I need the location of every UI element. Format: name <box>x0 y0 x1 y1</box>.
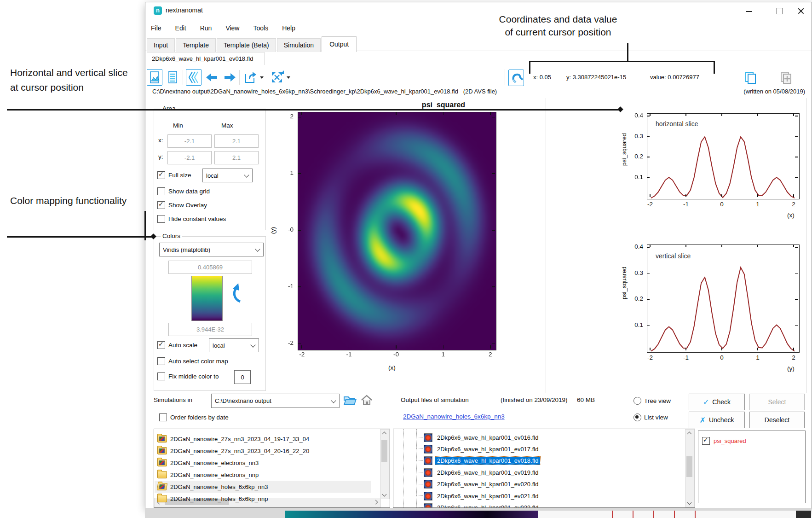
colorbar-max-field[interactable]: 0.405869 <box>168 261 252 274</box>
uncheck-button[interactable]: ✗Uncheck <box>689 412 745 428</box>
axis-tick <box>396 345 397 349</box>
next-arrow-icon[interactable] <box>222 70 236 85</box>
file-list-item[interactable]: 2Dkp6x6_wave_hl_kpar001_ev022.fld <box>416 501 674 508</box>
slice-curve <box>651 268 795 351</box>
y-max-field[interactable]: 2.1 <box>214 151 259 164</box>
file-list-item[interactable]: 2Dkp6x6_wave_hl_kpar001_ev018.fld <box>416 455 674 467</box>
check-button[interactable]: ✓Check <box>689 394 745 410</box>
file-list-item[interactable]: 2Dkp6x6_wave_hl_kpar001_ev019.fld <box>416 466 674 478</box>
splitter[interactable] <box>546 98 546 393</box>
file-list-item[interactable]: 2Dkp6x6_wave_hl_kpar001_ev016.fld <box>416 431 674 443</box>
y-row-label: y: <box>158 153 163 160</box>
minimize-button[interactable] <box>743 6 756 16</box>
tab-simulation[interactable]: Simulation <box>277 38 321 52</box>
folder-list-item[interactable]: 2DGaN_nanowire_holes_6x6kp_nn3 <box>155 481 371 493</box>
axis-tick <box>795 247 798 248</box>
home-icon[interactable] <box>360 393 374 409</box>
fix-middle-color-field[interactable]: 0 <box>234 370 251 384</box>
hide-constant-checkbox[interactable] <box>157 215 165 223</box>
simulation-link[interactable]: 2DGaN_nanowire_holes_6x6kp_nn3 <box>403 413 505 420</box>
file-list-item[interactable]: 2Dkp6x6_wave_hl_kpar001_ev017.fld <box>416 443 674 455</box>
variable-checkbox[interactable]: ✓ <box>702 437 710 445</box>
auto-scale-checkbox[interactable]: ✓ <box>157 341 165 349</box>
file-list-vscrollbar[interactable] <box>685 429 695 507</box>
main-plot[interactable] <box>298 112 496 350</box>
auto-scale-combo[interactable]: local <box>209 338 259 352</box>
expand-caret-icon[interactable] <box>287 76 290 79</box>
tab-template[interactable]: Template <box>176 38 216 52</box>
menu-tools[interactable]: Tools <box>252 23 269 33</box>
axis-tick <box>757 113 758 116</box>
previous-arrow-icon[interactable] <box>204 70 219 85</box>
annotation-slice-note-line1: Horizontal and vertical slice <box>10 67 128 78</box>
open-folder-icon[interactable] <box>342 393 357 409</box>
menu-view[interactable]: View <box>225 23 240 33</box>
order-folders-checkbox[interactable] <box>159 413 167 421</box>
tab-input[interactable]: Input <box>147 38 175 52</box>
folder-list-item[interactable]: 2DGaN_nanowire_electrons_nnp <box>155 469 371 481</box>
add-overlay-icon[interactable] <box>778 70 793 86</box>
export-icon[interactable] <box>242 70 257 85</box>
menu-run[interactable]: Run <box>199 23 213 33</box>
folder-label: 2DGaN_nanowire_holes_6x6kp_nnp <box>170 495 268 502</box>
report-view-icon[interactable] <box>165 70 180 85</box>
axis-tick <box>795 177 798 178</box>
axis-tick <box>298 173 301 174</box>
cursor-x-readout: x: 0.05 <box>533 74 551 81</box>
annotation-coords-bracket-left-tick <box>529 61 530 74</box>
window-title: nextnanomat <box>166 6 203 14</box>
colorbar-min-field[interactable]: 3.944E-32 <box>168 323 252 336</box>
flip-colormap-icon[interactable] <box>229 281 246 307</box>
tab-template-beta-[interactable]: Template (Beta) <box>217 38 276 52</box>
auto-select-colormap-checkbox[interactable] <box>157 357 165 365</box>
y-min-field[interactable]: -2.1 <box>167 151 212 164</box>
export-caret-icon[interactable] <box>260 76 264 79</box>
axis-tick <box>647 136 650 137</box>
toolbar-separator <box>505 69 505 85</box>
maximize-button[interactable] <box>772 6 786 16</box>
list-view-radio[interactable] <box>633 413 641 421</box>
tab-output[interactable]: Output <box>322 36 357 52</box>
select-button[interactable]: Select <box>749 394 805 410</box>
file-list-item[interactable]: 2Dkp6x6_wave_hl_kpar001_ev020.fld <box>416 478 674 490</box>
folder-list-item[interactable]: 2DGaN_nanowire_holes_6x6kp_nnp <box>155 493 371 505</box>
menu-edit[interactable]: Edit <box>174 23 187 33</box>
variable-item[interactable]: ✓psi_squared <box>702 435 799 447</box>
axis-tick-label: 0 <box>713 201 731 208</box>
axis-tick <box>298 343 301 344</box>
output-file-list: 2Dkp6x6_wave_hl_kpar001_ev016.fld2Dkp6x6… <box>393 429 695 508</box>
close-button[interactable] <box>794 6 808 16</box>
folder-list: 2DGaN_nanowire_27s_nn3_2023_04_19-17_33_… <box>154 429 390 508</box>
x-min-field[interactable]: -2.1 <box>167 134 212 148</box>
vslice-title: vertical slice <box>656 252 691 260</box>
deselect-button[interactable]: Deselect <box>749 412 805 428</box>
tab-bar: InputTemplateTemplate (Beta)SimulationOu… <box>147 36 357 52</box>
tree-view-radio[interactable] <box>633 397 641 405</box>
colormap-combo[interactable]: Viridis (matplotlib) <box>159 243 264 256</box>
magnet-icon[interactable] <box>508 70 524 86</box>
heatmap-canvas[interactable] <box>298 112 496 350</box>
folder-list-item[interactable]: 2DGaN_nanowire_27s_nn3_2023_04_19-17_33_… <box>155 433 371 445</box>
full-size-combo[interactable]: local <box>202 169 253 182</box>
full-size-checkbox[interactable]: ✓ <box>157 171 165 179</box>
simulation-path-combo[interactable]: C:\D\nextnano output <box>211 394 340 408</box>
desktop-strip <box>145 508 811 518</box>
show-data-grid-checkbox[interactable] <box>157 187 165 195</box>
copy-image-icon[interactable] <box>743 70 758 86</box>
file-list-item[interactable]: 2Dkp6x6_wave_hl_kpar001_ev021.fld <box>416 490 674 502</box>
folder-list-item[interactable]: 2DGaN_nanowire_27s_nn3_2023_04_20-16_22_… <box>155 445 371 457</box>
menu-file[interactable]: File <box>150 23 162 33</box>
axis-tick-label: 0.4 <box>622 243 643 250</box>
axis-tick <box>490 112 491 115</box>
expand-icon[interactable] <box>269 70 284 85</box>
folder-list-vscrollbar[interactable] <box>380 429 390 499</box>
show-overlay-checkbox[interactable]: ✓ <box>157 201 165 209</box>
fld-thumbnail-icon <box>424 433 432 442</box>
folder-list-item[interactable]: 2DGaN_nanowire_electrons_nn3 <box>155 457 371 469</box>
slices-icon[interactable] <box>186 69 202 86</box>
file-tab[interactable]: 2Dkp6x6_wave_hl_kpar001_ev018.fld <box>147 52 265 65</box>
menu-help[interactable]: Help <box>281 23 296 33</box>
fix-middle-color-checkbox[interactable] <box>157 372 165 380</box>
x-max-field[interactable]: 2.1 <box>214 134 259 148</box>
plot-view-icon[interactable] <box>147 69 162 86</box>
